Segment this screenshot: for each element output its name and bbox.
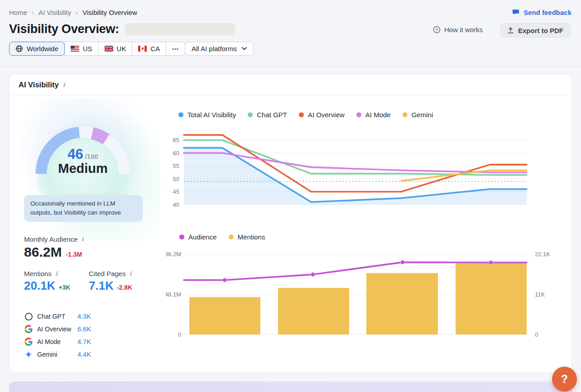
gauge-score-max: /100 [85,153,98,160]
tab-us[interactable]: US [64,42,99,56]
google-icon [24,325,33,334]
tab-worldwide[interactable]: Worldwide [9,42,65,56]
legend-label: AI Overview [308,111,345,119]
legend-dot [248,112,253,117]
how-it-works-link[interactable]: ? How it works [433,26,483,33]
info-icon[interactable]: i [55,270,58,277]
legend-label: Gemini [412,111,433,119]
mentions-value-row: 20.1K +3K [24,279,70,293]
tab-uk-label: UK [117,45,126,53]
ai-platforms-dropdown[interactable]: All AI platforms [185,42,254,56]
audience-mentions-chart[interactable]: 96.2M22.1K48.1M11K00 [166,249,551,339]
gauge-note: Occasionally mentioned in LLM outputs, b… [24,195,143,222]
monthly-audience-label: Monthly Audience [24,235,77,243]
legend-label: Chat GPT [257,111,287,119]
legend-dot [179,234,184,239]
send-feedback-label: Send feedback [523,9,571,16]
svg-text:0: 0 [178,331,181,338]
card-header: AI Visibility i [10,75,571,96]
platform-value[interactable]: 4.3K [77,313,91,320]
mentions-delta: +3K [58,284,70,291]
ai-visibility-card: AI Visibility i 46/100 Medium Occasional… [9,74,572,373]
next-section-card-peek [9,382,572,392]
svg-text:40: 40 [173,201,179,208]
tab-more-regions[interactable]: ••• [166,42,185,56]
tab-ca[interactable]: CA [132,42,166,56]
legend-gemini[interactable]: Gemini [403,111,433,119]
legend-dot [178,112,183,117]
info-icon[interactable]: i [81,236,83,243]
chevron-down-icon [242,47,247,50]
legend-dot [403,112,408,117]
card-title: AI Visibility [19,81,59,89]
svg-text:?: ? [436,27,438,32]
cited-pages-label-row: Cited Pages i [89,270,132,277]
info-icon[interactable]: i [130,270,132,277]
tab-ca-label: CA [150,45,160,53]
globe-icon [15,45,23,53]
gauge-level: Medium [29,161,137,176]
send-feedback-link[interactable]: Send feedback [512,8,571,16]
platform-name: Chat GPT [37,313,65,320]
legend-label: Mentions [238,233,265,241]
mentions-label: Mentions [24,270,52,277]
platform-value[interactable]: 4.7K [77,338,91,345]
legend-label: Audience [188,233,217,241]
platform-value[interactable]: 6.6K [77,325,91,333]
legend-audience[interactable]: Audience [179,233,217,241]
svg-text:50: 50 [173,176,179,182]
cited-pages-delta: -2.8K [117,284,132,291]
platform-row-ai-overview[interactable]: AI Overview 6.6K [24,324,142,335]
visibility-trend-chart[interactable]: 656055504540 [166,129,551,212]
breadcrumb-ai-visibility[interactable]: AI Visibility [38,9,71,16]
platform-name: AI Mode [37,338,61,345]
redacted-project-name [125,23,235,35]
export-pdf-button[interactable]: Export to PDF [500,23,571,38]
platform-value[interactable]: 4.4K [77,351,91,358]
gemini-icon [24,350,33,359]
chevron-right-icon: › [32,9,34,16]
audience-mentions-legend: Audience Mentions [179,233,265,241]
gauge-score: 46/100 [29,146,137,163]
platform-name: AI Overview [37,325,71,333]
breadcrumb-home[interactable]: Home [9,9,27,16]
legend-chat-gpt[interactable]: Chat GPT [248,111,287,119]
how-it-works-label: How it works [444,26,483,33]
svg-text:45: 45 [173,188,179,195]
visibility-chart-legend: Total AI Visibility Chat GPT AI Overview… [178,111,433,119]
svg-text:65: 65 [173,137,179,143]
uk-flag-icon [105,46,113,52]
ai-platforms-dropdown-label: All AI platforms [192,45,237,53]
monthly-audience-value-row: 86.2M -1.3M [24,244,82,260]
cited-pages-value-row: 7.1K -2.8K [89,279,132,293]
monthly-audience-delta: -1.3M [66,251,82,258]
breadcrumb-current: Visibility Overview [82,9,137,16]
breadcrumb: Home › AI Visibility › Visibility Overvi… [9,9,137,16]
gauge-score-value: 46 [67,146,83,162]
svg-text:96.2M: 96.2M [166,251,181,258]
tab-uk[interactable]: UK [98,42,133,56]
help-button[interactable]: ? [552,367,577,392]
legend-dot [356,112,361,117]
legend-total-ai-visibility[interactable]: Total AI Visibility [178,111,236,119]
monthly-audience-value: 86.2M [24,244,62,260]
legend-label: AI Mode [365,111,391,119]
us-flag-icon [71,46,79,52]
question-circle-icon: ? [433,26,441,33]
ellipsis-icon: ••• [172,46,179,52]
header-divider [0,66,581,67]
feedback-bubble-icon [512,8,520,16]
svg-text:22.1K: 22.1K [535,251,550,258]
chatgpt-icon [24,312,33,321]
legend-mentions[interactable]: Mentions [229,233,265,241]
legend-ai-mode[interactable]: AI Mode [356,111,391,119]
platform-row-chatgpt[interactable]: Chat GPT 4.3K [24,311,142,322]
cited-pages-value: 7.1K [89,279,114,293]
platform-name: Gemini [37,351,57,358]
info-icon[interactable]: i [63,81,65,88]
platform-row-gemini[interactable]: Gemini 4.4K [24,349,142,360]
platform-row-ai-mode[interactable]: AI Mode 4.7K [24,336,142,347]
legend-ai-overview[interactable]: AI Overview [299,111,345,119]
legend-dot [229,234,234,239]
legend-label: Total AI Visibility [187,111,236,119]
